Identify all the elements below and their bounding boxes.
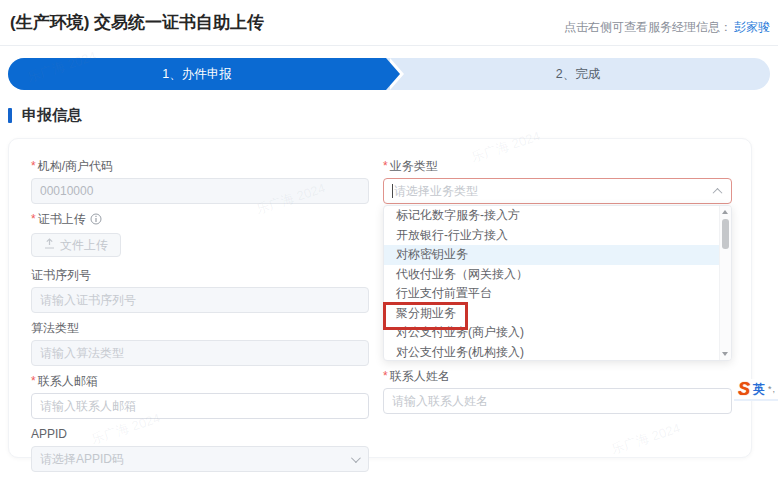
service-manager-info: 点击右侧可查看服务经理信息：彭家骏: [564, 19, 770, 36]
required-mark: *: [383, 369, 388, 383]
stepper: 1、办件申报 2、完成: [8, 58, 770, 90]
header: (生产环境) 交易统一证书自助上传 点击右侧可查看服务经理信息：彭家骏: [0, 0, 778, 46]
scroll-down-arrow-icon[interactable]: [722, 352, 728, 356]
text-cursor: [392, 184, 393, 198]
field-cert-serial: 证书序列号: [31, 268, 369, 313]
required-mark: *: [31, 159, 36, 173]
algo-type-label-text: 算法类型: [31, 321, 79, 335]
contact-email-input[interactable]: [31, 393, 369, 419]
org-code-input: [31, 178, 369, 204]
step-1-declare[interactable]: 1、办件申报: [8, 58, 386, 90]
cert-serial-label: 证书序列号: [31, 268, 369, 282]
appid-placeholder: 请选择APPID码: [40, 451, 351, 468]
page-title: (生产环境) 交易统一证书自助上传: [10, 11, 264, 34]
step-2-finish: 2、完成: [386, 58, 770, 90]
cert-upload-label-text: 证书上传: [38, 212, 86, 226]
field-cert-upload: *证书上传 文件上传: [31, 212, 369, 257]
scroll-up-arrow-icon[interactable]: [722, 210, 728, 214]
dropdown-option[interactable]: 标记化数字服务-接入方: [384, 206, 731, 226]
dropdown-option[interactable]: 行业支付前置平台: [384, 284, 731, 304]
upload-icon: [44, 238, 55, 252]
algo-type-label: 算法类型: [31, 321, 369, 335]
dropdown-option[interactable]: 对公支付业务(商户接入): [384, 323, 731, 343]
contact-email-label: *联系人邮箱: [31, 374, 369, 388]
declare-form-card: *机构/商户代码 *证书上传 文件上传 证书序列号 算法类型 *联系人邮箱 AP…: [8, 138, 752, 458]
dropdown-option-annotated[interactable]: 聚分期业务: [384, 304, 731, 324]
biz-type-placeholder: 请选择业务类型: [394, 183, 714, 200]
step-1-label: 1、办件申报: [162, 66, 231, 83]
dropdown-option[interactable]: 对公支付业务(机构接入): [384, 343, 731, 362]
field-contact-email: *联系人邮箱: [31, 374, 369, 419]
chevron-up-icon: [713, 187, 723, 197]
step-2-label: 2、完成: [556, 66, 600, 83]
biz-type-dropdown: 标记化数字服务-接入方 开放银行-行业方接入 对称密钥业务 代收付业务（网关接入…: [383, 205, 732, 361]
biz-type-label: *业务类型: [383, 159, 732, 173]
section-accent-bar: [8, 108, 12, 123]
dropdown-option-highlighted[interactable]: 对称密钥业务: [384, 245, 731, 265]
file-upload-button: 文件上传: [31, 233, 121, 257]
ime-extra-icons[interactable]: *,: [768, 384, 776, 394]
required-mark: *: [31, 212, 36, 226]
field-algo-type: 算法类型: [31, 321, 369, 366]
cert-serial-label-text: 证书序列号: [31, 268, 91, 282]
dropdown-scrollbar[interactable]: [719, 206, 731, 360]
ime-toolbar[interactable]: S 英 *,: [734, 379, 778, 401]
cert-serial-input: [31, 287, 369, 313]
field-contact-name: *联系人姓名: [383, 369, 732, 414]
contact-name-label-text: 联系人姓名: [390, 369, 450, 383]
sogou-logo-icon: S: [738, 380, 750, 398]
appid-label-text: APPID: [31, 427, 67, 441]
contact-name-input[interactable]: [383, 388, 732, 414]
required-mark: *: [31, 374, 36, 388]
section-header: 申报信息: [8, 106, 82, 125]
biz-type-select[interactable]: 请选择业务类型: [383, 178, 732, 204]
info-icon[interactable]: [90, 213, 102, 228]
manager-name-link[interactable]: 彭家骏: [734, 20, 770, 34]
field-biz-type: *业务类型 请选择业务类型: [383, 159, 732, 204]
upload-button-label: 文件上传: [60, 237, 108, 254]
dropdown-option[interactable]: 代收付业务（网关接入）: [384, 265, 731, 285]
biz-type-label-text: 业务类型: [390, 159, 438, 173]
appid-label: APPID: [31, 427, 369, 441]
cert-upload-label: *证书上传: [31, 212, 369, 228]
form-left-column: *机构/商户代码 *证书上传 文件上传 证书序列号 算法类型 *联系人邮箱 AP…: [31, 159, 369, 478]
field-appid: APPID 请选择APPID码: [31, 427, 369, 472]
org-code-label-text: 机构/商户代码: [38, 159, 113, 173]
section-title-text: 申报信息: [22, 106, 82, 125]
manager-hint-text: 点击右侧可查看服务经理信息：: [564, 20, 732, 34]
org-code-label: *机构/商户代码: [31, 159, 369, 173]
scrollbar-thumb[interactable]: [722, 219, 729, 249]
chevron-down-icon: [351, 453, 361, 463]
contact-name-label: *联系人姓名: [383, 369, 732, 383]
dropdown-option[interactable]: 开放银行-行业方接入: [384, 226, 731, 246]
appid-select: 请选择APPID码: [31, 446, 369, 472]
field-org-code: *机构/商户代码: [31, 159, 369, 204]
ime-mode-indicator[interactable]: 英: [753, 381, 765, 398]
contact-email-label-text: 联系人邮箱: [38, 374, 98, 388]
required-mark: *: [383, 159, 388, 173]
algo-type-input: [31, 340, 369, 366]
